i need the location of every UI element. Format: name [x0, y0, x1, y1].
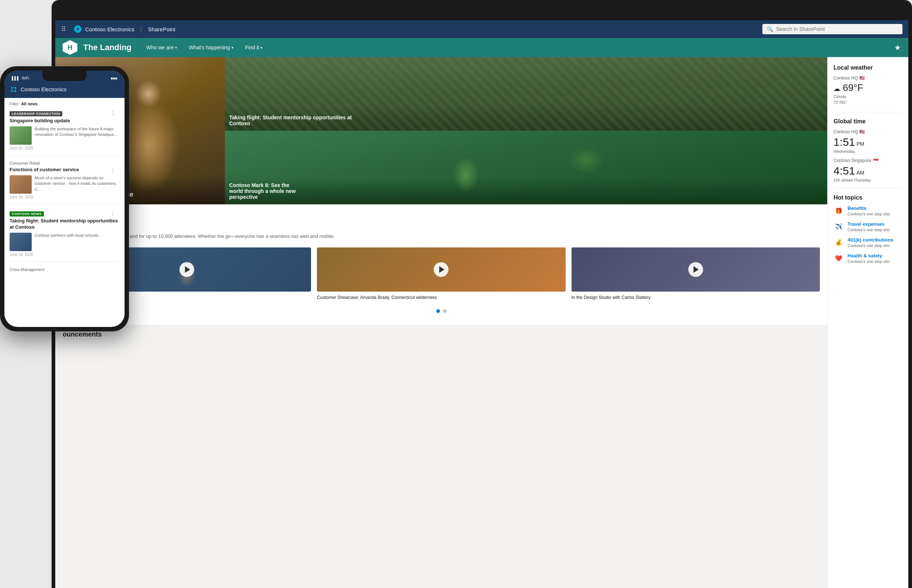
time-location-sg: Contoso Singapore — [834, 158, 902, 163]
play-triangle-icon-1 — [185, 266, 190, 273]
hero-overlay-2 — [225, 131, 827, 204]
phone-news-item-1[interactable]: LEADERSHIP CONNECTION ⋮ Singapore buildi… — [10, 110, 119, 156]
weather-range: 72°/55° — [834, 100, 902, 105]
hero-top-right-image[interactable]: Taking flight: Student mentorship opport… — [225, 57, 827, 131]
phone-news-date-2: June 20, 2020 — [10, 195, 119, 199]
hot-topic-401k[interactable]: 💰 401(k) contributions Contoso's one sto… — [834, 237, 902, 248]
chevron-down-icon: ▾ — [175, 46, 177, 50]
nav-item-find-it[interactable]: Find it ▾ — [241, 42, 267, 53]
hq-flag-icon — [859, 129, 865, 134]
benefits-name: Benefits — [847, 205, 890, 211]
time-day-sg: 15h ahead Thursday, — [834, 178, 902, 182]
video-grid: August Town Hall Highlights Customer Sho… — [63, 247, 820, 301]
site-logo: H — [63, 40, 78, 55]
phone-news-date-3: June 19, 2020 — [10, 253, 119, 257]
play-button-3[interactable] — [688, 262, 703, 277]
chevron-down-icon-2: ▾ — [232, 46, 233, 50]
more-options-btn-1[interactable]: ⋮ — [110, 110, 116, 117]
phone-content[interactable]: Filter All news LEADERSHIP CONNECTION ⋮ … — [5, 98, 125, 317]
phone-news-thumb-1 — [10, 126, 32, 145]
weather-location: Contoso HQ — [834, 76, 902, 81]
phone-news-excerpt-2: Much of a store's success depends on cus… — [35, 175, 119, 194]
right-sidebar: Local weather Contoso HQ ☁ 69°F Cloudy 7… — [827, 57, 908, 588]
travel-icon: ✈️ — [834, 221, 844, 232]
phone-news-thumb-2 — [10, 175, 32, 194]
video-title-3: In the Design Studio with Carlos Slatter… — [572, 294, 820, 301]
site-logo-letter: H — [68, 44, 73, 52]
video-thumbnail-2 — [317, 247, 565, 292]
phone-news-excerpt-3: Contoso partners with local schools.... — [35, 233, 103, 251]
hero-image-grid: ns of customer service Taking flight: St… — [55, 57, 827, 204]
video-card-2[interactable]: Customer Showcase: Amanda Brady, Connect… — [317, 247, 565, 301]
wifi-icon: WiFi — [22, 76, 29, 80]
brand-logo[interactable]: Contoso Electronics — [73, 25, 134, 34]
phone-brand-name: Contoso Electronics — [21, 87, 67, 92]
search-input[interactable] — [776, 26, 898, 32]
nav-item-whats-happening[interactable]: What's happening ▾ — [184, 42, 238, 53]
phone-app-logo-icon — [10, 86, 18, 94]
events-title: atest events — [63, 220, 820, 228]
travel-desc: Contoso's one stop sho — [847, 228, 890, 232]
sg-flag-icon — [873, 158, 878, 163]
play-triangle-icon-3 — [693, 266, 699, 273]
hero-bottom-left-caption: Contoso Mark 8: See the world through a … — [229, 182, 303, 200]
hot-topic-health[interactable]: ❤️ Health & safety Contoso's one stop sh… — [834, 253, 902, 263]
battery-icon: ■■■ — [110, 76, 117, 80]
play-button-2[interactable] — [434, 262, 449, 277]
contoso-logo-icon — [73, 25, 82, 34]
sidebar-divider-2 — [834, 188, 902, 189]
hot-topic-401k-content: 401(k) contributions Contoso's one stop … — [847, 237, 893, 248]
hot-topic-benefits-content: Benefits Contoso's one stop sho — [847, 205, 890, 216]
nav-label-whats-happening: What's happening — [189, 45, 230, 50]
weather-condition: Cloudy — [834, 94, 902, 99]
hot-topic-benefits[interactable]: 🎁 Benefits Contoso's one stop sho — [834, 205, 902, 216]
us-flag-icon — [859, 76, 865, 81]
news-tag-contoso: CONTOSO NEWS — [10, 212, 44, 216]
site-title: The Landing — [83, 43, 131, 52]
brand-name: Contoso Electronics — [85, 26, 134, 32]
weather-section-title: Local weather — [834, 65, 902, 71]
favorite-star-icon[interactable]: ★ — [894, 43, 901, 52]
hot-topic-travel[interactable]: ✈️ Travel expenses Contoso's one stop sh… — [834, 221, 902, 232]
hero-bottom-left-image[interactable]: Contoso Mark 8: See the world through a … — [225, 131, 827, 204]
more-options-btn-3[interactable]: ⋮ — [110, 210, 116, 217]
more-options-btn-2[interactable]: ⋮ — [110, 167, 116, 174]
search-icon: 🔍 — [767, 26, 773, 32]
phone-news-category-4: Crisis Management — [10, 267, 119, 272]
phone-news-title-1: Singapore building update — [10, 118, 119, 124]
sidebar-divider-1 — [834, 112, 902, 112]
pagination-dot-2[interactable] — [443, 309, 447, 313]
search-bar-container[interactable]: 🔍 — [762, 24, 902, 34]
phone-news-title-3: Taking flight: Student mentorship opport… — [10, 218, 119, 231]
phone-news-item-3[interactable]: CONTOSO NEWS ⋮ Taking flight: Student me… — [10, 210, 119, 262]
video-card-3[interactable]: In the Design Studio with Carlos Slatter… — [572, 247, 820, 301]
phone-news-body-1: Building the workspace of the future A m… — [10, 126, 119, 145]
phone-news-category-2: Consumer Retail — [10, 161, 119, 165]
phone-news-thumb-3 — [10, 233, 32, 251]
nav-label-find-it: Find it — [245, 45, 259, 50]
nav-label-who-we-are: Who we are — [146, 45, 174, 50]
nav-divider: | — [140, 25, 142, 34]
phone-header: Contoso Electronics — [5, 82, 125, 98]
health-icon: ❤️ — [834, 253, 844, 263]
waffle-icon[interactable]: ⠿ — [61, 25, 66, 33]
phone-news-item-2[interactable]: Consumer Retail ⋮ Functions of customer … — [10, 161, 119, 205]
time-day-hq: Wednesday, — [834, 149, 902, 153]
phone-news-title-2: Functions of customer service — [10, 167, 119, 173]
phone-news-excerpt-1: Building the workspace of the future A m… — [35, 126, 119, 145]
announcements-title: ouncements — [63, 331, 820, 338]
phone-notch — [42, 71, 87, 81]
benefits-icon: 🎁 — [834, 205, 844, 216]
401k-name: 401(k) contributions — [847, 237, 893, 242]
weather-temperature: ☁ 69°F — [834, 82, 902, 94]
pagination-dot-1[interactable] — [436, 309, 440, 313]
health-name: Health & safety — [847, 253, 890, 258]
laptop-frame: ⠿ Contoso Electronics | SharePoint — [52, 0, 912, 588]
top-navigation-bar: ⠿ Contoso Electronics | SharePoint — [55, 20, 908, 38]
phone-news-item-4[interactable]: Crisis Management — [10, 267, 119, 278]
play-triangle-icon-2 — [439, 266, 444, 273]
benefits-desc: Contoso's one stop sho — [847, 212, 890, 216]
play-button-1[interactable] — [180, 262, 194, 277]
nav-item-who-we-are[interactable]: Who we are ▾ — [142, 42, 181, 53]
content-area: ns of customer service Taking flight: St… — [55, 57, 827, 588]
